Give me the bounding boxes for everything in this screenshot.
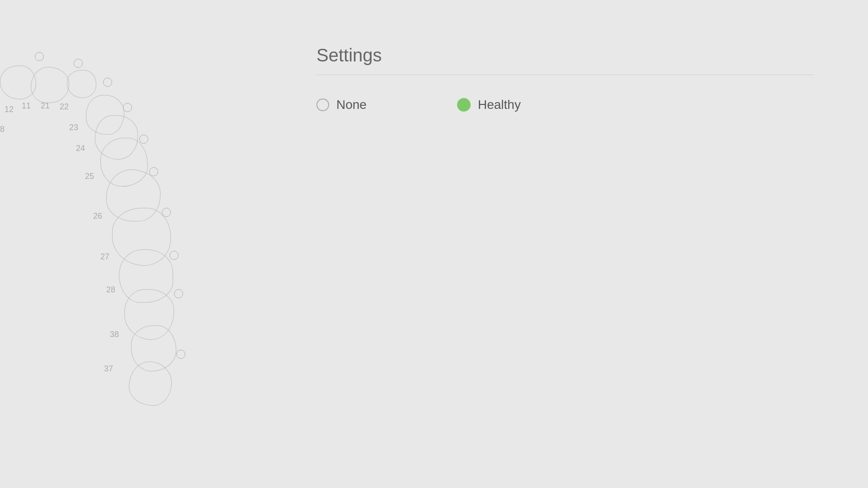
bubble-label-23: 23 xyxy=(69,123,78,132)
decorative-bubbles: 12 11 21 22 8 23 24 25 26 27 28 38 37 xyxy=(0,0,203,488)
bubble-label-26: 26 xyxy=(93,211,102,221)
bubble-small-8 xyxy=(170,251,179,260)
bubble-label-21: 21 xyxy=(41,101,50,111)
blob-10 xyxy=(124,289,174,340)
blob-8 xyxy=(112,208,171,266)
option-none[interactable]: None xyxy=(316,98,367,112)
bubble-label-38: 38 xyxy=(110,330,119,339)
bubble-small-10 xyxy=(176,350,185,359)
bubble-small-1 xyxy=(35,52,44,61)
settings-divider xyxy=(316,75,814,75)
settings-panel: Settings None Healthy xyxy=(316,45,814,112)
blob-3 xyxy=(67,70,96,98)
blob-5 xyxy=(95,115,138,160)
bubble-label-11: 11 xyxy=(22,101,31,111)
bubble-label-24: 24 xyxy=(76,144,85,153)
radio-healthy[interactable] xyxy=(457,98,471,112)
blob-2 xyxy=(31,67,69,103)
bubble-small-2 xyxy=(74,59,83,68)
blob-4 xyxy=(86,95,124,135)
blob-6 xyxy=(100,138,148,187)
radio-none[interactable] xyxy=(316,99,329,111)
bubble-small-9 xyxy=(174,289,183,298)
bubble-label-25: 25 xyxy=(85,172,94,181)
bubble-label-28: 28 xyxy=(106,285,115,295)
bubble-small-3 xyxy=(103,78,112,87)
bubble-label-12: 12 xyxy=(5,105,14,114)
bubble-small-6 xyxy=(149,167,158,176)
blob-7 xyxy=(106,169,160,221)
bubble-label-8: 8 xyxy=(0,125,5,134)
bubble-small-5 xyxy=(139,135,148,144)
settings-title: Settings xyxy=(316,45,814,66)
blob-1 xyxy=(0,66,36,99)
blob-11 xyxy=(131,325,176,371)
blob-12 xyxy=(129,361,172,406)
option-none-label: None xyxy=(336,98,367,112)
settings-options: None Healthy xyxy=(316,98,814,112)
option-healthy[interactable]: Healthy xyxy=(457,98,521,112)
bubble-label-22: 22 xyxy=(60,102,69,112)
blob-9 xyxy=(119,249,173,303)
bubble-small-7 xyxy=(162,208,171,217)
bubble-label-27: 27 xyxy=(100,252,109,262)
bubble-small-4 xyxy=(123,103,132,112)
bubble-label-37: 37 xyxy=(104,364,113,374)
option-healthy-label: Healthy xyxy=(478,98,521,112)
